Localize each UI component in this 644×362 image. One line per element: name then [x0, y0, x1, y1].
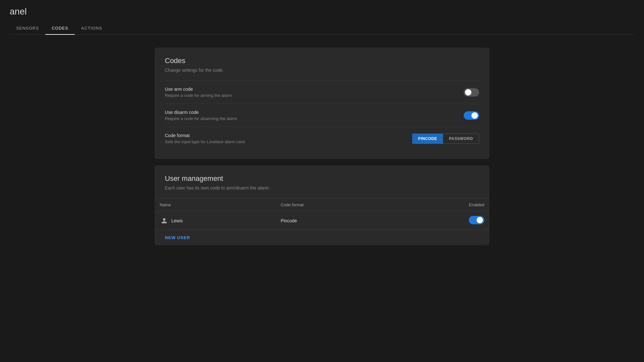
tab-codes[interactable]: CODES [45, 22, 75, 34]
col-enabled: Enabled [396, 199, 489, 211]
code-format-label: Code format [165, 133, 246, 138]
pincode-button[interactable]: PINCODE [412, 134, 443, 144]
new-user-button[interactable]: NEW USER [155, 230, 200, 245]
arm-code-info: Use arm code Require a code for arming t… [165, 87, 232, 98]
page-title: anel [10, 6, 634, 17]
main-content: Codes Change settings for the code. Use … [0, 35, 644, 362]
code-format-setting: Code format Sets the input type for Love… [165, 127, 479, 150]
disarm-code-toggle-knob [471, 112, 478, 119]
disarm-code-label: Use disarm code [165, 110, 237, 115]
user-name-cell: Lewis [155, 211, 276, 230]
tab-sensors[interactable]: SENSORS [10, 22, 45, 34]
codes-card-title: Codes [165, 57, 479, 65]
disarm-code-toggle[interactable] [464, 111, 479, 120]
tab-actions[interactable]: ACTIONS [75, 22, 109, 34]
user-name: Lewis [171, 218, 183, 223]
header: anel SENSORS CODES ACTIONS [0, 0, 644, 35]
user-icon [160, 216, 169, 225]
user-card-header: User management Each user has its own co… [155, 165, 489, 190]
arm-code-setting: Use arm code Require a code for arming t… [165, 80, 479, 104]
user-management-card: User management Each user has its own co… [155, 165, 489, 245]
code-format-description: Sets the input type for Lovelace alarm c… [165, 139, 246, 144]
disarm-code-info: Use disarm code Require a code for disar… [165, 110, 237, 121]
table-header-row: Name Code format Enabled [155, 199, 489, 211]
codes-card-subtitle: Change settings for the code. [165, 68, 479, 73]
arm-code-description: Require a code for arming the alarm [165, 93, 232, 98]
user-management-title: User management [165, 174, 479, 183]
code-format-info: Code format Sets the input type for Love… [165, 133, 246, 144]
user-code-format: Pincode [276, 211, 396, 230]
user-enabled-cell [396, 211, 489, 230]
user-enabled-toggle-knob [477, 217, 483, 223]
disarm-code-description: Require a code for disarming the alarm [165, 116, 237, 121]
arm-code-toggle-knob [465, 89, 471, 96]
col-name: Name [155, 199, 276, 211]
col-code-format: Code format [276, 199, 396, 211]
nav-tabs: SENSORS CODES ACTIONS [10, 22, 634, 35]
user-enabled-toggle[interactable] [469, 216, 484, 224]
arm-code-toggle[interactable] [464, 88, 479, 97]
user-management-subtitle: Each user has its own code to arm/disarm… [165, 185, 479, 190]
arm-code-label: Use arm code [165, 87, 232, 92]
format-buttons: PINCODE PASSWORD [412, 134, 479, 144]
password-button[interactable]: PASSWORD [443, 134, 479, 144]
user-table: Name Code format Enabled [155, 198, 489, 230]
disarm-code-setting: Use disarm code Require a code for disar… [165, 104, 479, 127]
table-row: Lewis Pincode [155, 211, 489, 230]
codes-card: Codes Change settings for the code. Use … [155, 48, 489, 159]
